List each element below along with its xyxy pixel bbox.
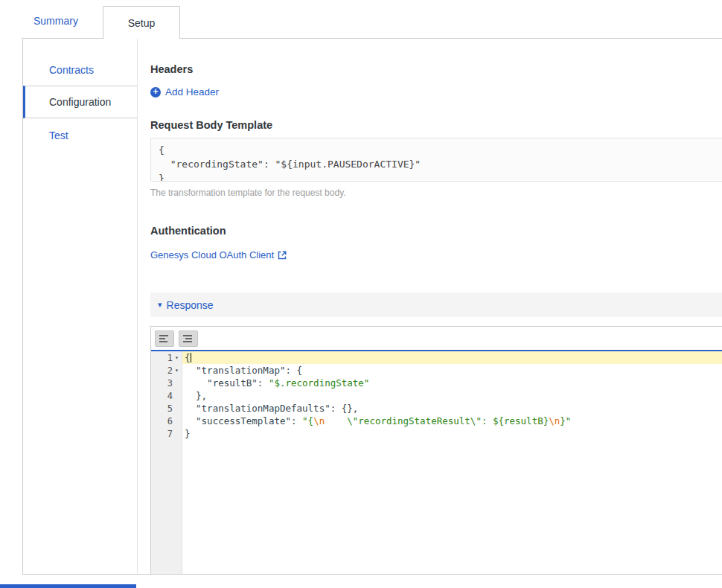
fold-arrow-icon[interactable]: ▾ bbox=[173, 367, 181, 374]
token-string: "{ bbox=[302, 415, 313, 426]
response-code-editor: 1▾2▾34567 { "translationMap": { "resultB… bbox=[150, 326, 722, 574]
fold-arrow-icon[interactable]: ▾ bbox=[173, 354, 181, 361]
token-string: }" bbox=[560, 415, 571, 426]
token-key: "resultB" bbox=[207, 377, 258, 389]
token-plain bbox=[185, 365, 196, 376]
editor-code[interactable]: { "translationMap": { "resultB": "$.reco… bbox=[182, 351, 722, 574]
plus-circle-icon: + bbox=[150, 87, 161, 98]
format-json-button[interactable] bbox=[155, 330, 174, 347]
token-key: "translationMap" bbox=[196, 365, 285, 376]
align-lines-icon bbox=[183, 334, 194, 343]
code-line-4[interactable]: }, bbox=[182, 389, 722, 402]
sidebar-item-contracts[interactable]: Contracts bbox=[23, 54, 137, 86]
format-lines-icon bbox=[159, 334, 170, 343]
request-body-help-text: The transformation template for the requ… bbox=[150, 188, 346, 198]
text-cursor bbox=[191, 353, 191, 362]
token-escape: \n bbox=[549, 415, 560, 426]
bottom-panel-edge bbox=[0, 584, 136, 588]
token-key: "successTemplate" bbox=[196, 415, 291, 426]
token-punct: } bbox=[185, 428, 191, 439]
tab-setup-label: Setup bbox=[128, 17, 156, 29]
code-line-5[interactable]: "translationMapDefaults": {}, bbox=[182, 402, 722, 415]
gutter-line-2[interactable]: 2▾ bbox=[151, 364, 182, 377]
gutter-line-5[interactable]: 5 bbox=[151, 402, 182, 415]
token-plain bbox=[185, 377, 207, 389]
token-punct: : { bbox=[285, 365, 302, 376]
oauth-client-link[interactable]: Genesys Cloud OAuth Client bbox=[150, 249, 287, 261]
gutter-line-6[interactable]: 6 bbox=[151, 415, 182, 427]
code-line-1[interactable]: { bbox=[182, 351, 722, 364]
request-body-line: { bbox=[159, 143, 715, 157]
add-header-label: Add Header bbox=[165, 86, 219, 98]
token-punct: { bbox=[185, 352, 191, 363]
editor-gutter: 1▾2▾34567 bbox=[151, 351, 182, 574]
headers-section-title: Headers bbox=[150, 63, 193, 75]
code-line-2[interactable]: "translationMap": { bbox=[182, 364, 722, 377]
chevron-down-icon: ▾ bbox=[158, 300, 162, 310]
token-plain bbox=[185, 403, 196, 414]
tab-summary[interactable]: Summary bbox=[33, 15, 78, 27]
gutter-line-1[interactable]: 1▾ bbox=[151, 351, 182, 364]
external-link-icon bbox=[278, 251, 287, 260]
sidebar: Contracts Configuration Test bbox=[23, 39, 137, 574]
code-line-6[interactable]: "successTemplate": "{\n \"recordingState… bbox=[182, 415, 722, 427]
add-header-button[interactable]: + Add Header bbox=[150, 86, 219, 98]
token-key: "translationMapDefaults" bbox=[196, 403, 330, 414]
page: Summary Setup Contracts Configuration Te… bbox=[0, 0, 722, 588]
align-lines-button[interactable] bbox=[179, 330, 198, 347]
token-punct: : bbox=[258, 377, 269, 389]
gutter-line-7[interactable]: 7 bbox=[151, 427, 182, 440]
code-line-3[interactable]: "resultB": "$.recordingState" bbox=[182, 377, 722, 389]
response-section-label: Response bbox=[167, 299, 214, 311]
configuration-content: Headers + Add Header Request Body Templa… bbox=[138, 39, 722, 574]
token-string: \"recordingStateResult\": ${resultB} bbox=[325, 415, 549, 426]
gutter-line-3[interactable]: 3 bbox=[151, 377, 182, 389]
token-string: "$.recordingState" bbox=[269, 377, 369, 389]
request-body-line: } bbox=[159, 171, 715, 182]
editor-body[interactable]: 1▾2▾34567 { "translationMap": { "resultB… bbox=[151, 351, 722, 574]
request-body-title: Request Body Template bbox=[150, 119, 272, 131]
request-body-line: "recordingState": "${input.PAUSEDorACTIV… bbox=[159, 157, 715, 171]
token-escape: \n bbox=[313, 415, 325, 426]
sidebar-item-label: Test bbox=[49, 130, 68, 141]
token-punct: }, bbox=[185, 390, 207, 401]
sidebar-item-test[interactable]: Test bbox=[23, 119, 137, 152]
sidebar-item-configuration[interactable]: Configuration bbox=[23, 86, 137, 118]
token-punct: : {}, bbox=[330, 403, 359, 414]
sidebar-item-label: Configuration bbox=[49, 96, 111, 108]
setup-panel: Contracts Configuration Test Headers + A… bbox=[22, 38, 722, 575]
response-section-toggle[interactable]: ▾ Response bbox=[150, 293, 722, 317]
editor-toolbar bbox=[151, 327, 722, 350]
oauth-client-link-label: Genesys Cloud OAuth Client bbox=[150, 249, 274, 261]
authentication-title: Authentication bbox=[150, 225, 226, 237]
token-punct: : bbox=[291, 415, 302, 426]
request-body-template-input[interactable]: { "recordingState": "${input.PAUSEDorACT… bbox=[150, 138, 722, 182]
sidebar-item-label: Contracts bbox=[49, 64, 94, 76]
code-line-7[interactable]: } bbox=[182, 427, 722, 440]
token-plain bbox=[185, 415, 196, 426]
tab-setup[interactable]: Setup bbox=[103, 6, 180, 39]
gutter-line-4[interactable]: 4 bbox=[151, 389, 182, 402]
